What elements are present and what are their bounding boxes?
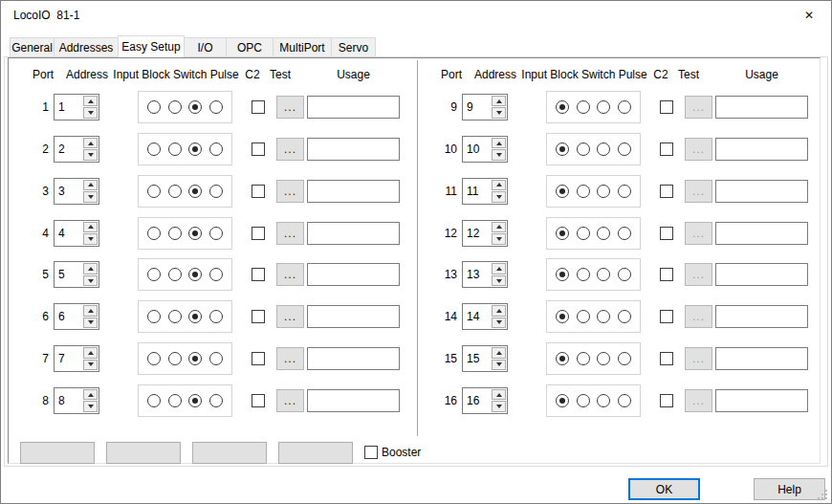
radio-switch-option[interactable] — [597, 100, 610, 114]
spinner-up-button[interactable] — [83, 389, 98, 401]
radio-input-option[interactable] — [556, 310, 569, 323]
test-button[interactable]: ... — [276, 96, 304, 119]
spinner-down-button[interactable] — [83, 275, 98, 287]
radio-pulse-option[interactable] — [209, 142, 223, 156]
spinner-up-button[interactable] — [492, 263, 506, 274]
spinner-up-button[interactable] — [83, 263, 98, 274]
address-input[interactable] — [464, 180, 492, 203]
spinner-down-button[interactable] — [83, 107, 98, 119]
radio-switch-option[interactable] — [188, 185, 202, 198]
radio-switch-option[interactable] — [597, 185, 610, 198]
usage-input[interactable] — [715, 138, 808, 161]
spinner-up-button[interactable] — [492, 138, 506, 149]
test-button[interactable]: ... — [276, 138, 304, 161]
spinner-down-button[interactable] — [83, 149, 98, 161]
spinner-up-button[interactable] — [83, 222, 98, 233]
radio-input-option[interactable] — [147, 100, 161, 114]
spinner-down-button[interactable] — [492, 318, 506, 329]
radio-pulse-option[interactable] — [618, 227, 631, 240]
c2-checkbox[interactable] — [252, 310, 265, 323]
tab-addresses[interactable]: Addresses — [54, 37, 119, 57]
test-button[interactable]: ... — [685, 180, 712, 203]
spinner-down-button[interactable] — [83, 318, 98, 329]
radio-input-option[interactable] — [556, 100, 569, 114]
radio-input-option[interactable] — [556, 268, 569, 281]
radio-block-option[interactable] — [577, 227, 590, 240]
radio-block-option[interactable] — [168, 227, 182, 240]
radio-pulse-option[interactable] — [618, 268, 631, 281]
radio-input-option[interactable] — [556, 185, 569, 198]
usage-input[interactable] — [307, 138, 400, 161]
test-button[interactable]: ... — [276, 180, 304, 203]
spinner-down-button[interactable] — [83, 233, 98, 245]
c2-checkbox[interactable] — [252, 394, 265, 407]
test-button[interactable]: ... — [685, 389, 712, 412]
spinner-down-button[interactable] — [83, 191, 98, 203]
radio-pulse-option[interactable] — [209, 185, 223, 198]
usage-input[interactable] — [307, 180, 400, 203]
test-button[interactable]: ... — [276, 263, 304, 286]
radio-pulse-option[interactable] — [209, 227, 223, 240]
radio-block-option[interactable] — [577, 268, 590, 281]
address-input[interactable] — [55, 96, 83, 119]
spinner-up-button[interactable] — [492, 305, 506, 317]
address-input[interactable] — [55, 389, 83, 412]
set-all-button[interactable] — [106, 442, 181, 464]
radio-input-option[interactable] — [556, 352, 569, 365]
spinner-up-button[interactable] — [83, 180, 98, 191]
spinner-up-button[interactable] — [492, 180, 506, 191]
radio-input-option[interactable] — [556, 394, 569, 407]
radio-block-option[interactable] — [577, 352, 590, 365]
usage-input[interactable] — [715, 263, 808, 286]
test-button[interactable]: ... — [685, 347, 712, 370]
tab-multiport[interactable]: MultiPort — [273, 37, 332, 57]
radio-switch-option[interactable] — [597, 352, 610, 365]
radio-input-option[interactable] — [147, 185, 161, 198]
radio-switch-option[interactable] — [188, 142, 202, 156]
tab-i-o[interactable]: I/O — [184, 37, 227, 57]
address-input[interactable] — [464, 96, 492, 119]
spinner-down-button[interactable] — [492, 107, 506, 119]
radio-input-option[interactable] — [147, 142, 161, 156]
address-input[interactable] — [464, 222, 492, 245]
c2-checkbox[interactable] — [252, 352, 265, 365]
c2-checkbox[interactable] — [660, 352, 673, 365]
usage-input[interactable] — [715, 180, 808, 203]
radio-block-option[interactable] — [168, 100, 182, 114]
spinner-up-button[interactable] — [492, 347, 506, 359]
c2-checkbox[interactable] — [660, 185, 673, 198]
radio-block-option[interactable] — [168, 394, 182, 407]
radio-pulse-option[interactable] — [618, 185, 631, 198]
usage-input[interactable] — [715, 305, 808, 328]
resize-grip[interactable] — [816, 488, 827, 499]
radio-block-option[interactable] — [577, 185, 590, 198]
usage-input[interactable] — [715, 347, 808, 370]
radio-input-option[interactable] — [556, 227, 569, 240]
c2-checkbox[interactable] — [660, 142, 673, 156]
radio-input-option[interactable] — [147, 227, 161, 240]
save-button[interactable] — [192, 442, 267, 464]
usage-input[interactable] — [715, 389, 808, 412]
usage-input[interactable] — [715, 96, 808, 119]
usage-input[interactable] — [307, 96, 400, 119]
address-input[interactable] — [55, 222, 83, 245]
c2-checkbox[interactable] — [252, 185, 265, 198]
address-input[interactable] — [55, 347, 83, 370]
spinner-down-button[interactable] — [83, 360, 98, 371]
radio-switch-option[interactable] — [597, 268, 610, 281]
get-all-button[interactable] — [20, 442, 95, 464]
c2-checkbox[interactable] — [660, 268, 673, 281]
radio-switch-option[interactable] — [597, 142, 610, 156]
usage-input[interactable] — [307, 389, 400, 412]
c2-checkbox[interactable] — [252, 268, 265, 281]
radio-switch-option[interactable] — [597, 394, 610, 407]
test-button[interactable]: ... — [276, 347, 304, 370]
radio-block-option[interactable] — [168, 352, 182, 365]
spinner-down-button[interactable] — [83, 401, 98, 412]
radio-pulse-option[interactable] — [209, 310, 223, 323]
usage-input[interactable] — [307, 263, 400, 286]
radio-pulse-option[interactable] — [618, 352, 631, 365]
c2-checkbox[interactable] — [660, 227, 673, 240]
c2-checkbox[interactable] — [252, 142, 265, 156]
spinner-down-button[interactable] — [492, 149, 506, 161]
